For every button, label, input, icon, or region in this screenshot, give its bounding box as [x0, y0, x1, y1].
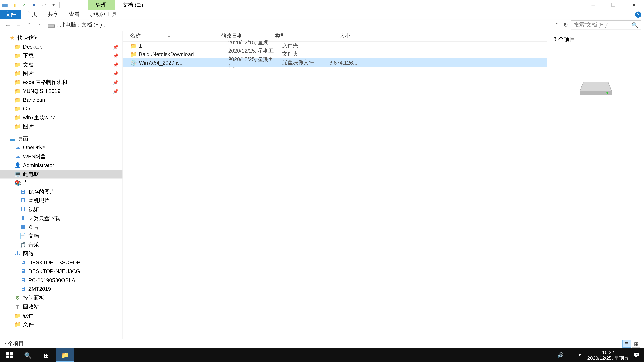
- sidebar-item[interactable]: 👤 Administrator: [0, 161, 122, 170]
- ribbon-tab-file[interactable]: 文件: [0, 10, 21, 19]
- column-headers: 名称▲ 修改日期 类型 大小: [123, 31, 547, 41]
- file-row[interactable]: 📁 BaiduNetdiskDownload 2020/12/25, 星期五 1…: [123, 50, 547, 58]
- details-view-button[interactable]: ☰: [622, 340, 631, 348]
- ribbon-tab-drive-tools[interactable]: 驱动器工具: [85, 10, 122, 19]
- sidebar-item-label: DESKTOP-LSSOEDP: [28, 259, 80, 266]
- chevron-right-icon[interactable]: ›: [56, 22, 59, 28]
- search-icon[interactable]: 🔍: [632, 22, 638, 28]
- taskbar-clock[interactable]: 16:32 2020/12/25, 星期五: [585, 350, 632, 361]
- file-row[interactable]: 📁 1 2020/12/15, 星期二 1... 文件夹: [123, 41, 547, 50]
- contextual-tab-manage[interactable]: 管理: [88, 0, 114, 10]
- sidebar-recent-item[interactable]: 📁 Bandicam: [0, 95, 122, 104]
- sidebar-recent-item[interactable]: 📁 win7重装win7: [0, 113, 122, 122]
- sidebar-pinned-item[interactable]: 📁 excel表格制作求和 📌: [0, 78, 122, 87]
- ribbon-tab-share[interactable]: 共享: [42, 10, 64, 19]
- address-dropdown-icon[interactable]: ˅: [553, 23, 561, 27]
- column-header-type[interactable]: 类型: [275, 32, 319, 40]
- sidebar-item[interactable]: 🎵 音乐: [0, 241, 122, 249]
- sidebar-item[interactable]: 📄 文档: [0, 232, 122, 241]
- sidebar-recent-item[interactable]: 📁 图片: [0, 122, 122, 131]
- breadcrumb-this-pc[interactable]: 此电脑: [60, 21, 76, 29]
- sidebar-quick-access[interactable]: ★ 快速访问: [0, 33, 122, 42]
- titlebar: ▮ ✓ ✕ ↶ ▼ 管理 文档 (E:) ─ ❐ ✕: [0, 0, 644, 10]
- start-button[interactable]: [0, 348, 18, 362]
- sidebar-item[interactable]: 🖼 图片: [0, 223, 122, 232]
- sidebar-item[interactable]: 🖥 DESKTOP-LSSOEDP: [0, 258, 122, 267]
- folder-icon: 📁: [14, 123, 21, 130]
- up-button[interactable]: ↑: [34, 19, 45, 30]
- sidebar-item[interactable]: 🎞 视频: [0, 205, 122, 214]
- preview-pane: 3 个项目: [547, 31, 644, 339]
- qat-delete-icon[interactable]: ✕: [30, 1, 38, 9]
- sidebar-item[interactable]: 🖥 ZMT2019: [0, 285, 122, 294]
- sidebar-item[interactable]: 🖼 保存的图片: [0, 187, 122, 196]
- sidebar-pinned-item[interactable]: 📁 图片 📌: [0, 69, 122, 78]
- column-header-size[interactable]: 大小: [319, 32, 350, 40]
- sidebar-item[interactable]: ☁ WPS网盘: [0, 152, 122, 161]
- column-header-date[interactable]: 修改日期: [221, 32, 275, 40]
- task-view-button[interactable]: ⊞: [37, 348, 56, 362]
- folder-icon: 📁: [14, 52, 21, 59]
- chevron-right-icon[interactable]: ›: [77, 22, 80, 28]
- window-controls: ─ ❐ ✕: [583, 0, 644, 10]
- svg-rect-8: [10, 356, 12, 359]
- icons-view-button[interactable]: ▦: [632, 340, 640, 348]
- sidebar-item-label: 图片: [23, 69, 34, 77]
- maximize-button[interactable]: ❐: [603, 0, 624, 10]
- minimize-button[interactable]: ─: [583, 0, 603, 10]
- sidebar-item[interactable]: 🗑 回收站: [0, 302, 122, 311]
- sidebar-pinned-item[interactable]: 📁 YUNQISHI2019 📌: [0, 87, 122, 95]
- tray-app-icon[interactable]: ▾: [575, 348, 585, 362]
- sidebar-pinned-item[interactable]: 📁 Desktop 📌: [0, 42, 122, 51]
- sidebar-item[interactable]: 🖥 DESKTOP-NJEU3CG: [0, 267, 122, 276]
- chevron-right-icon[interactable]: ›: [103, 22, 106, 28]
- ribbon-tab-view[interactable]: 查看: [64, 10, 85, 19]
- sidebar-item[interactable]: 📁 软件: [0, 311, 122, 320]
- search-button[interactable]: 🔍: [18, 348, 37, 362]
- sidebar-item[interactable]: 📁 文件: [0, 320, 122, 329]
- iso-file-icon: 💿: [130, 59, 137, 66]
- folder-icon: 📁: [14, 105, 21, 112]
- sidebar-item[interactable]: 🖧 网络: [0, 249, 122, 258]
- back-button[interactable]: ←: [3, 19, 13, 30]
- folder-icon: 📁: [14, 61, 21, 68]
- close-button[interactable]: ✕: [624, 0, 644, 10]
- qat-app-icon[interactable]: [1, 1, 9, 9]
- drive-preview-icon: [580, 79, 612, 94]
- qat-properties-icon[interactable]: ✓: [20, 1, 28, 9]
- file-type: 光盘映像文件: [282, 59, 326, 66]
- ime-icon[interactable]: 中: [565, 348, 575, 362]
- recent-locations-dropdown[interactable]: ˅: [24, 19, 34, 30]
- ribbon-expand-icon[interactable]: ˅: [630, 12, 632, 17]
- breadcrumb-location[interactable]: 文档 (E:): [81, 21, 102, 29]
- sidebar-item[interactable]: ⬇ 天翼云盘下载: [0, 214, 122, 223]
- qat-undo-icon[interactable]: ↶: [40, 1, 48, 9]
- search-input[interactable]: 搜索"文档 (E:)" 🔍: [570, 20, 641, 30]
- sidebar-item[interactable]: ⚙ 控制面板: [0, 294, 122, 302]
- sidebar-recent-item[interactable]: 📁 G:\: [0, 104, 122, 113]
- sidebar-item[interactable]: ☁ OneDrive: [0, 143, 122, 152]
- sidebar-item[interactable]: 💻 此电脑: [0, 170, 122, 179]
- sidebar-item[interactable]: 🖼 本机照片: [0, 196, 122, 205]
- sidebar-item[interactable]: 📚 库: [0, 178, 122, 187]
- help-icon[interactable]: ?: [635, 11, 641, 17]
- sidebar-item-label: PC-20190530OBLA: [28, 277, 75, 283]
- forward-button[interactable]: →: [13, 19, 24, 30]
- action-center-icon[interactable]: 💬3: [632, 348, 641, 362]
- sidebar-item[interactable]: 🖥 PC-20190530OBLA: [0, 276, 122, 285]
- sidebar-desktop[interactable]: ▬ 桌面: [0, 134, 122, 143]
- qat-folder-icon[interactable]: ▮: [10, 1, 18, 9]
- sidebar-item-label: 文档: [23, 61, 34, 68]
- sidebar-item-label: OneDrive: [23, 144, 46, 151]
- qat-customize-dropdown[interactable]: ▼: [50, 1, 57, 9]
- file-explorer-taskbar-icon[interactable]: 📁: [56, 348, 74, 362]
- file-row[interactable]: 💿 Win7x64_2020.iso 2020/12/25, 星期五 1... …: [123, 58, 547, 67]
- tray-overflow-icon[interactable]: ˄: [546, 348, 556, 362]
- breadcrumb[interactable]: › 此电脑 › 文档 (E:) ›: [45, 21, 553, 29]
- refresh-button[interactable]: ↻: [561, 22, 570, 28]
- ribbon-tab-home[interactable]: 主页: [21, 10, 42, 19]
- volume-icon[interactable]: 🔊: [556, 348, 565, 362]
- sidebar-pinned-item[interactable]: 📁 下载 📌: [0, 51, 122, 60]
- column-header-name[interactable]: 名称▲: [123, 32, 221, 40]
- sidebar-pinned-item[interactable]: 📁 文档 📌: [0, 60, 122, 69]
